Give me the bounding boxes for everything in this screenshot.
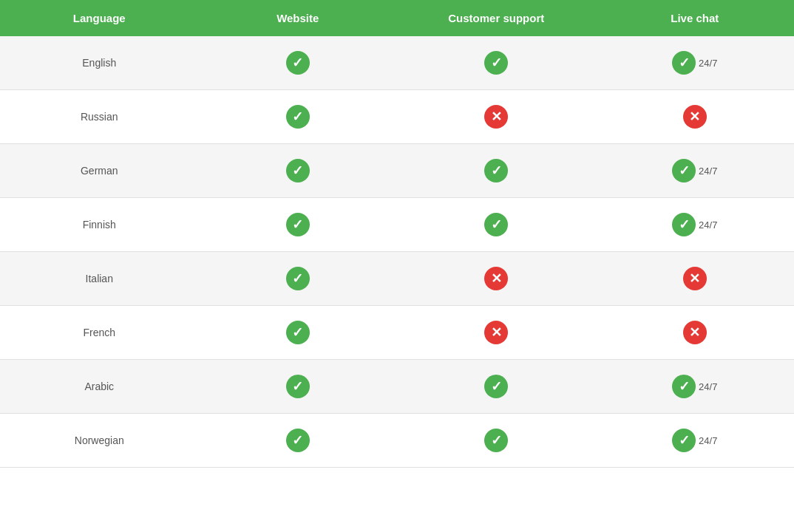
website-cell [199, 360, 398, 413]
check-icon [286, 429, 310, 452]
cross-icon [683, 321, 707, 344]
check-icon [484, 375, 508, 398]
live-chat-cell [596, 252, 795, 305]
website-cell [199, 90, 398, 143]
header-language: Language [0, 0, 199, 36]
table-row: Norwegian24/7 [0, 414, 794, 468]
header-customer-support: Customer support [397, 0, 596, 36]
customer-support-cell [397, 306, 596, 359]
website-cell [199, 198, 398, 251]
customer-support-cell [397, 90, 596, 143]
cross-icon [683, 267, 707, 290]
check-icon [484, 213, 508, 236]
language-cell: German [0, 144, 199, 197]
check-icon [484, 51, 508, 75]
live-chat-cell: 24/7 [596, 144, 795, 197]
header-website: Website [199, 0, 398, 36]
language-cell: Russian [0, 90, 199, 143]
check-icon [286, 159, 310, 183]
website-cell [199, 36, 398, 89]
language-support-table: Language Website Customer support Live c… [0, 0, 794, 468]
check-icon [672, 375, 696, 398]
check-icon [672, 213, 696, 236]
cross-icon [683, 105, 707, 129]
check-icon [286, 213, 310, 236]
check-icon [672, 429, 696, 452]
check-icon [286, 51, 310, 75]
cross-icon [484, 267, 508, 290]
check-icon [286, 375, 310, 398]
language-cell: Arabic [0, 360, 199, 413]
check-icon [672, 51, 696, 75]
header-live-chat: Live chat [596, 0, 795, 36]
live-chat-cell [596, 306, 795, 359]
customer-support-cell [397, 360, 596, 413]
table-row: Italian [0, 252, 794, 306]
website-cell [199, 252, 398, 305]
live-chat-label: 24/7 [699, 166, 717, 177]
table-row: Arabic24/7 [0, 360, 794, 414]
language-cell: English [0, 36, 199, 89]
language-cell: Italian [0, 252, 199, 305]
live-chat-cell: 24/7 [596, 36, 795, 89]
table-header: Language Website Customer support Live c… [0, 0, 794, 36]
customer-support-cell [397, 252, 596, 305]
website-cell [199, 306, 398, 359]
language-cell: Norwegian [0, 414, 199, 467]
check-icon [286, 321, 310, 344]
check-icon [484, 429, 508, 452]
table-row: German24/7 [0, 144, 794, 198]
table-row: French [0, 306, 794, 360]
cross-icon [484, 105, 508, 129]
table-body: English24/7RussianGerman24/7Finnish24/7I… [0, 36, 794, 468]
customer-support-cell [397, 36, 596, 89]
check-icon [484, 159, 508, 183]
website-cell [199, 414, 398, 467]
live-chat-label: 24/7 [699, 219, 717, 231]
live-chat-cell [596, 90, 795, 143]
cross-icon [484, 321, 508, 344]
language-cell: Finnish [0, 198, 199, 251]
language-cell: French [0, 306, 199, 359]
live-chat-label: 24/7 [699, 58, 717, 69]
check-icon [286, 267, 310, 290]
check-icon [672, 159, 696, 183]
live-chat-cell: 24/7 [596, 414, 795, 467]
customer-support-cell [397, 414, 596, 467]
website-cell [199, 144, 398, 197]
customer-support-cell [397, 144, 596, 197]
live-chat-cell: 24/7 [596, 198, 795, 251]
live-chat-cell: 24/7 [596, 360, 795, 413]
customer-support-cell [397, 198, 596, 251]
live-chat-label: 24/7 [699, 435, 717, 446]
live-chat-label: 24/7 [699, 381, 717, 392]
table-row: Finnish24/7 [0, 198, 794, 252]
table-row: English24/7 [0, 36, 794, 90]
check-icon [286, 105, 310, 129]
table-row: Russian [0, 90, 794, 144]
